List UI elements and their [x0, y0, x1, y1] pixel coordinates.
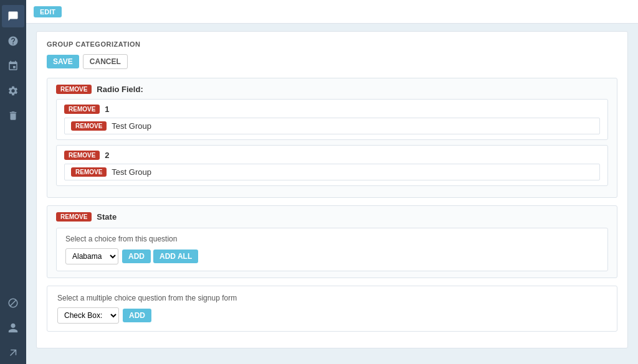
cancel-button[interactable]: CANCEL [83, 54, 128, 69]
sidebar-icon-calendar[interactable] [2, 55, 24, 77]
state-block-header: REMOVE State [56, 212, 608, 222]
state-block: REMOVE State Select a choice from this q… [47, 205, 617, 278]
bottom-section: Select a multiple choice question from t… [47, 286, 617, 332]
radio-item-1-group-remove[interactable]: REMOVE [71, 121, 107, 131]
sidebar-icon-help[interactable] [2, 30, 24, 52]
radio-item-1-number: 1 [105, 105, 109, 114]
radio-field-block: REMOVE Radio Field: REMOVE 1 REMOVE Test… [47, 78, 617, 198]
sidebar-icon-chat[interactable] [2, 5, 24, 27]
sidebar-icon-arrow[interactable] [2, 342, 24, 364]
bottom-section-row: Check Box: Radio Field: ADD [57, 307, 607, 324]
bottom-add-button[interactable]: ADD [123, 309, 151, 322]
state-remove-button[interactable]: REMOVE [56, 212, 92, 222]
sidebar-icon-trash[interactable] [2, 105, 24, 127]
state-inner: Select a choice from this question Alaba… [56, 228, 608, 271]
state-title: State [97, 212, 117, 222]
radio-field-header: REMOVE Radio Field: [56, 85, 608, 94]
radio-item-2-group-remove[interactable]: REMOVE [71, 167, 107, 177]
radio-item-2-group-value: Test Group [112, 167, 151, 177]
radio-item-1-group-value: Test Group [112, 121, 151, 131]
radio-item-1-remove-button[interactable]: REMOVE [64, 105, 100, 114]
state-dropdown[interactable]: Alabama Alaska Arizona Arkansas Californ… [65, 248, 118, 264]
content-area: GROUP CATEGORIZATION SAVE CANCEL REMOVE … [26, 24, 638, 364]
sidebar-icon-block[interactable] [2, 292, 24, 314]
radio-item-2-number: 2 [105, 151, 109, 160]
section-title: GROUP CATEGORIZATION [47, 40, 617, 48]
radio-item-2: REMOVE 2 REMOVE Test Group [56, 145, 608, 186]
save-button[interactable]: SAVE [47, 55, 79, 68]
main-area: EDIT GROUP CATEGORIZATION SAVE CANCEL RE… [26, 0, 638, 364]
edit-button[interactable]: EDIT [34, 6, 62, 17]
sidebar-icon-user[interactable] [2, 317, 24, 339]
radio-item-1: REMOVE 1 REMOVE Test Group [56, 99, 608, 140]
sidebar [0, 0, 26, 364]
state-add-button[interactable]: ADD [122, 250, 151, 263]
state-add-all-button[interactable]: ADD ALL [153, 250, 198, 263]
bottom-section-label: Select a multiple choice question from t… [57, 294, 607, 302]
radio-item-1-group: REMOVE Test Group [64, 118, 600, 134]
radio-item-2-header: REMOVE 2 [64, 151, 600, 160]
main-panel: GROUP CATEGORIZATION SAVE CANCEL REMOVE … [36, 31, 628, 348]
radio-item-1-header: REMOVE 1 [64, 105, 600, 114]
state-inner-label: Select a choice from this question [65, 235, 599, 243]
radio-item-2-remove-button[interactable]: REMOVE [64, 151, 100, 160]
bottom-dropdown[interactable]: Check Box: Radio Field: [57, 307, 119, 324]
radio-field-title: Radio Field: [97, 85, 143, 94]
radio-field-remove-button[interactable]: REMOVE [56, 85, 92, 94]
radio-item-2-group: REMOVE Test Group [64, 164, 600, 180]
top-bar: EDIT [26, 0, 638, 24]
sidebar-icon-settings[interactable] [2, 80, 24, 102]
